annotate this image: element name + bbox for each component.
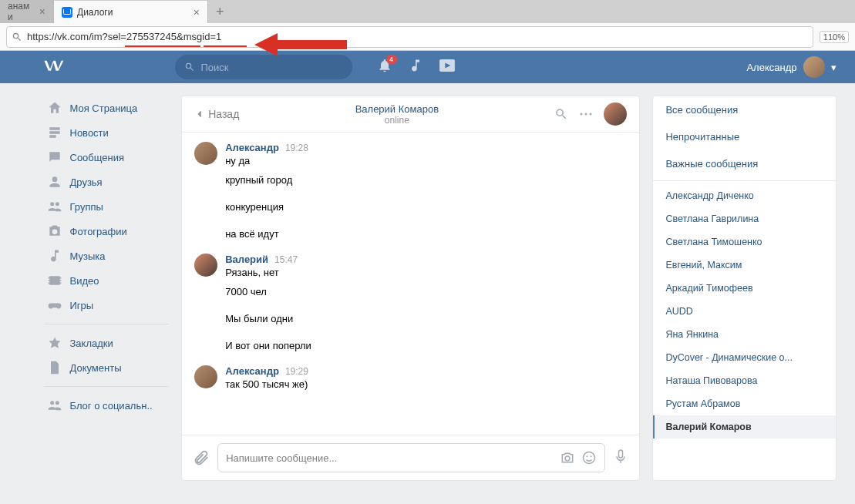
user-menu[interactable]: Александр ▾ xyxy=(746,56,836,78)
filter-item[interactable]: Все сообщения xyxy=(653,96,835,123)
back-button[interactable]: Назад xyxy=(194,108,239,120)
message: Александр19:28ну да xyxy=(194,142,627,166)
svg-point-3 xyxy=(585,113,587,116)
close-icon[interactable]: × xyxy=(194,6,200,18)
message-line: И вот они поперли xyxy=(225,338,627,359)
nav-bookmarks[interactable]: Закладки xyxy=(44,331,170,355)
contact-item[interactable]: DyCover - Динамические о... xyxy=(653,346,835,369)
search-icon xyxy=(184,62,195,72)
filter-item[interactable]: Важные сообщения xyxy=(653,150,835,177)
message-author[interactable]: Валерий xyxy=(225,254,268,265)
vk-header: 4 Александр ▾ xyxy=(0,51,855,83)
contact-item[interactable]: Аркадий Тимофеев xyxy=(653,277,835,300)
contact-avatar[interactable] xyxy=(604,102,627,126)
dialog-more-icon[interactable] xyxy=(579,112,593,116)
contact-item[interactable]: Наташа Пивоварова xyxy=(653,369,835,392)
contact-item[interactable]: Евгений, Максим xyxy=(653,254,835,277)
nav-friends[interactable]: Друзья xyxy=(44,170,170,194)
browser-tab-active[interactable]: Диалоги × xyxy=(54,0,208,23)
message-author[interactable]: Александр xyxy=(225,142,279,153)
nav-label: Закладки xyxy=(70,338,113,349)
close-icon[interactable]: × xyxy=(39,5,45,18)
compose-input-wrap[interactable] xyxy=(217,443,605,472)
message-text: так 500 тысяч же) xyxy=(225,378,627,390)
svg-point-8 xyxy=(591,455,592,457)
contact-name: Валерий Комаров xyxy=(239,103,554,115)
notifications-icon[interactable]: 4 xyxy=(377,58,392,76)
message-text: И вот они поперли xyxy=(225,340,311,351)
nav-label: Блог о социальн.. xyxy=(70,400,153,412)
message-avatar[interactable] xyxy=(194,142,217,165)
zoom-level[interactable]: 110% xyxy=(820,31,849,43)
address-bar: 110% xyxy=(0,23,855,51)
browser-tab-strip: анам и × Диалоги × + xyxy=(0,0,855,23)
nav-blog[interactable]: Блог о социальн.. xyxy=(44,393,170,418)
nav-video[interactable]: Видео xyxy=(44,268,170,293)
url-input[interactable] xyxy=(27,31,808,42)
message-line: крупный город xyxy=(225,173,627,193)
messages-list: Александр19:28ну дакрупный городконкурен… xyxy=(182,133,639,435)
message-line: конкуренция xyxy=(225,200,627,220)
message-time: 15:47 xyxy=(274,254,298,265)
search-in-dialog-icon[interactable] xyxy=(554,107,568,121)
contact-item[interactable]: Светлана Гаврилина xyxy=(653,207,835,230)
svg-point-6 xyxy=(584,452,595,464)
contact-item[interactable]: AUDD xyxy=(653,300,835,323)
chevron-down-icon: ▾ xyxy=(831,62,836,73)
dialog-pane: Назад Валерий Комаров online Александр19… xyxy=(181,96,640,481)
message-author[interactable]: Александр xyxy=(225,365,279,377)
nav-my-page[interactable]: Моя Страница xyxy=(44,96,170,120)
nav-label: Документы xyxy=(70,362,122,374)
message-text: Рязань, нет xyxy=(225,267,627,278)
browser-tab-inactive[interactable]: анам и × xyxy=(0,0,54,23)
vk-logo[interactable] xyxy=(44,59,66,75)
contact-item[interactable]: Рустам Абрамов xyxy=(653,392,835,415)
nav-games[interactable]: Игры xyxy=(44,293,170,318)
nav-documents[interactable]: Документы xyxy=(44,355,170,380)
nav-music[interactable]: Музыка xyxy=(44,244,170,268)
url-field-wrap[interactable] xyxy=(6,26,813,48)
svg-rect-9 xyxy=(619,450,623,458)
contact-item[interactable]: Светлана Тимошенко xyxy=(653,230,835,254)
tab-label: анам и xyxy=(8,1,35,22)
divider xyxy=(44,324,170,324)
nav-groups[interactable]: Группы xyxy=(44,194,170,219)
nav-label: Группы xyxy=(70,201,103,213)
nav-news[interactable]: Новости xyxy=(44,120,170,145)
svg-marker-0 xyxy=(254,33,347,56)
video-play-icon[interactable] xyxy=(439,59,456,76)
contact-item[interactable]: Валерий Комаров xyxy=(653,415,835,438)
compose-bar xyxy=(182,435,639,480)
url-highlight-1 xyxy=(125,45,200,47)
attach-icon[interactable] xyxy=(193,449,210,466)
mic-icon[interactable] xyxy=(613,449,628,467)
message-line: на всё идут xyxy=(225,227,627,247)
contact-item[interactable]: Яна Янкина xyxy=(653,323,835,346)
svg-point-2 xyxy=(581,113,583,116)
nav-label: Музыка xyxy=(70,250,106,262)
camera-icon[interactable] xyxy=(560,450,575,465)
nav-label: Фотографии xyxy=(70,226,127,237)
nav-label: Сообщения xyxy=(70,152,125,163)
music-icon[interactable] xyxy=(408,58,423,76)
back-label: Назад xyxy=(208,108,239,120)
nav-label: Друзья xyxy=(70,176,103,188)
nav-messages[interactable]: Сообщения xyxy=(44,145,170,170)
contact-status: online xyxy=(239,115,554,126)
svg-point-4 xyxy=(590,113,592,116)
compose-input[interactable] xyxy=(226,452,554,464)
avatar xyxy=(803,56,825,78)
filter-item[interactable]: Непрочитанные xyxy=(653,123,835,150)
nav-photos[interactable]: Фотографии xyxy=(44,219,170,244)
message: Валерий15:47Рязань, нет xyxy=(194,254,627,278)
message-time: 19:28 xyxy=(285,143,308,153)
message-avatar[interactable] xyxy=(194,254,217,277)
message-avatar[interactable] xyxy=(194,365,217,388)
dialog-title[interactable]: Валерий Комаров online xyxy=(239,103,554,126)
new-tab-button[interactable]: + xyxy=(208,1,232,23)
divider xyxy=(653,180,835,181)
chevron-left-icon xyxy=(194,109,205,119)
left-sidebar: Моя Страница Новости Сообщения Друзья Гр… xyxy=(44,96,170,481)
contact-item[interactable]: Александр Диченко xyxy=(653,184,835,207)
emoji-icon[interactable] xyxy=(581,450,597,465)
